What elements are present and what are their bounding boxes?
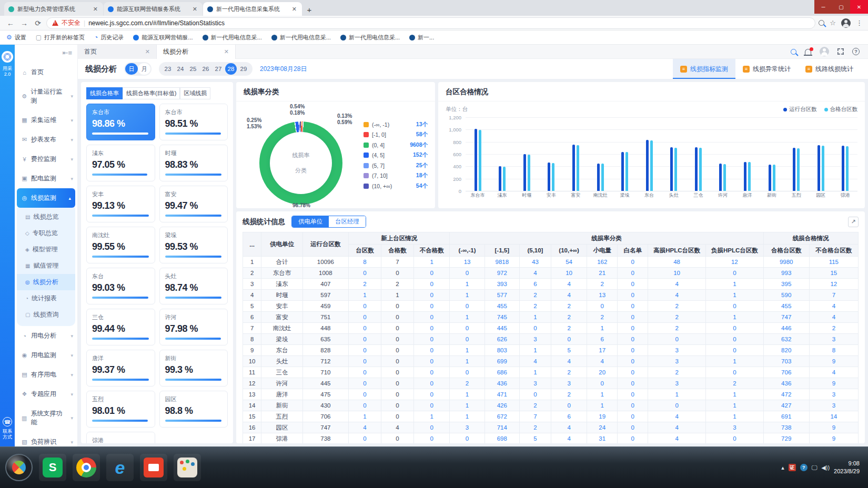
cell-value[interactable]: 446 <box>763 323 809 334</box>
rate-card-14[interactable]: 五烈98.01 % <box>86 391 155 428</box>
cell-value[interactable]: 14 <box>809 411 858 422</box>
rate-card-7[interactable]: 梁垛99.53 % <box>159 227 228 263</box>
cell-value[interactable]: 436 <box>763 378 809 389</box>
rate-card-5[interactable]: 富安99.47 % <box>159 186 228 222</box>
pie-legend-item-1[interactable]: [-1, 0]58个 <box>364 131 428 138</box>
cell-value[interactable]: 1 <box>450 345 485 356</box>
cell-value[interactable]: 714 <box>485 422 519 433</box>
sidebar-subitem-3[interactable]: ▦赋值管理 <box>17 258 75 274</box>
cell-value[interactable]: 1 <box>450 411 485 422</box>
cell-value[interactable]: 0 <box>551 334 587 345</box>
sidebar-subitem-6[interactable]: ▢线损查询 <box>17 307 75 323</box>
cell-value[interactable]: 0 <box>705 323 763 334</box>
reload-icon[interactable]: ⟳ <box>33 19 43 27</box>
cell-value[interactable]: 115 <box>809 257 858 268</box>
sidebar-item-11[interactable]: ▥系统支撑功能▾ <box>15 404 77 432</box>
cell-value[interactable]: 1 <box>705 279 763 290</box>
pie-legend-item-6[interactable]: (10, +∞)54个 <box>364 182 428 190</box>
cell-value[interactable]: 703 <box>763 356 809 367</box>
sidebar-item-5[interactable]: ▣配电监测▾ <box>15 169 77 188</box>
bookmark-item-5[interactable]: 新一代用电信息采... <box>271 34 331 42</box>
cell-value[interactable]: 0 <box>519 323 551 334</box>
tray-expand-icon[interactable]: ▴ <box>781 464 784 471</box>
cell-value[interactable]: 5 <box>519 433 551 444</box>
bar-合格台区数[interactable] <box>625 152 628 191</box>
cell-value[interactable]: 3 <box>809 400 858 411</box>
bar-运行台区数[interactable] <box>769 165 771 191</box>
cell-value[interactable]: 19 <box>587 411 618 422</box>
pie-legend-item-2[interactable]: (0, 4]9608个 <box>364 141 428 149</box>
bar-运行台区数[interactable] <box>548 162 550 191</box>
cell-value[interactable]: 2 <box>551 323 587 334</box>
user-avatar[interactable] <box>820 47 829 56</box>
bar-合格台区数[interactable] <box>601 164 604 191</box>
cell-value[interactable]: 10 <box>648 268 706 279</box>
cell-value[interactable]: 0 <box>348 367 381 378</box>
cell-value[interactable]: 0 <box>348 334 381 345</box>
cell-value[interactable]: 1 <box>414 411 450 422</box>
bookmark-star-icon[interactable]: ☆ <box>830 19 836 27</box>
table-toggle-1[interactable]: 台区经理 <box>329 216 366 227</box>
tab-close-icon[interactable]: ✕ <box>191 6 198 13</box>
sidebar-subitem-5[interactable]: ◔统计报表 <box>17 290 75 307</box>
cell-value[interactable]: 3 <box>648 356 706 367</box>
tray-help-icon[interactable]: ? <box>800 464 808 471</box>
rate-card-16[interactable]: 弶港98.78 % <box>86 432 155 443</box>
browser-tab-1[interactable]: 能源互联网营销服务系统✕ <box>104 2 203 16</box>
cell-value[interactable]: 738 <box>763 422 809 433</box>
cell-value[interactable]: 162 <box>587 257 618 268</box>
bar-运行台区数[interactable] <box>499 166 501 191</box>
day-button-26[interactable]: 26 <box>200 63 211 75</box>
cell-value[interactable]: 0 <box>348 400 381 411</box>
card-tab-0[interactable]: 线损合格率 <box>86 87 123 99</box>
cell-value[interactable]: 1 <box>450 312 485 323</box>
cell-value[interactable]: 0 <box>618 345 648 356</box>
cell-value[interactable]: 698 <box>485 433 519 444</box>
cell-value[interactable]: 0 <box>414 433 450 444</box>
browser-tab-0[interactable]: 新型电力负荷管理系统✕ <box>4 2 103 16</box>
new-tab-button[interactable]: + <box>302 3 316 16</box>
view-button-1[interactable]: ≡线损异常统计 <box>735 59 798 79</box>
bar-运行台区数[interactable] <box>695 147 698 191</box>
bar-合格台区数[interactable] <box>748 162 751 191</box>
cell-value[interactable]: 3 <box>519 378 551 389</box>
cell-value[interactable]: 1 <box>348 411 381 422</box>
cell-value[interactable]: 1 <box>519 312 551 323</box>
cell-value[interactable]: 12 <box>705 257 763 268</box>
cell-value[interactable]: 13 <box>450 257 485 268</box>
forward-icon[interactable]: → <box>19 19 29 27</box>
cell-value[interactable]: 3 <box>551 378 587 389</box>
cell-value[interactable]: 972 <box>485 268 519 279</box>
cell-value[interactable]: 0 <box>348 268 381 279</box>
bar-运行台区数[interactable] <box>670 147 673 191</box>
tab-close-icon[interactable]: ✕ <box>291 6 298 13</box>
cell-value[interactable]: 9 <box>809 433 858 444</box>
cell-value[interactable]: 2 <box>648 367 706 378</box>
workspace-tab-close-icon[interactable]: ✕ <box>224 48 229 55</box>
cell-value[interactable]: 2 <box>519 400 551 411</box>
tab-close-icon[interactable]: ✕ <box>92 6 99 13</box>
cell-value[interactable]: 729 <box>763 433 809 444</box>
cell-value[interactable]: 6 <box>519 279 551 290</box>
ie-app-icon[interactable]: e <box>106 454 134 481</box>
cell-value[interactable]: 2 <box>551 389 587 400</box>
cell-value[interactable]: 1 <box>705 290 763 301</box>
card-tab-1[interactable]: 线损合格率(目标值) <box>123 87 180 99</box>
bar-运行台区数[interactable] <box>793 148 795 191</box>
cell-value[interactable]: 0 <box>618 400 648 411</box>
cell-value[interactable]: 17 <box>587 345 618 356</box>
minimize-button[interactable]: ─ <box>814 0 832 14</box>
cell-value[interactable]: 21 <box>587 268 618 279</box>
cell-value[interactable]: 2 <box>587 279 618 290</box>
network-icon[interactable]: 🖵 <box>812 464 817 471</box>
workspace-tab-0[interactable]: 首页✕ <box>78 45 157 59</box>
cell-value[interactable]: 699 <box>485 356 519 367</box>
sidebar-item-7[interactable]: ◔用电分析▾ <box>15 326 77 345</box>
taskbar-clock[interactable]: 9:08 2023/8/29 <box>834 460 863 475</box>
cell-value[interactable]: 6 <box>587 334 618 345</box>
cell-value[interactable]: 1 <box>450 279 485 290</box>
bar-运行台区数[interactable] <box>744 162 746 191</box>
bar-运行台区数[interactable] <box>817 145 820 191</box>
period-option-月[interactable]: 月 <box>138 63 150 75</box>
rate-card-15[interactable]: 园区98.8 % <box>159 391 228 428</box>
